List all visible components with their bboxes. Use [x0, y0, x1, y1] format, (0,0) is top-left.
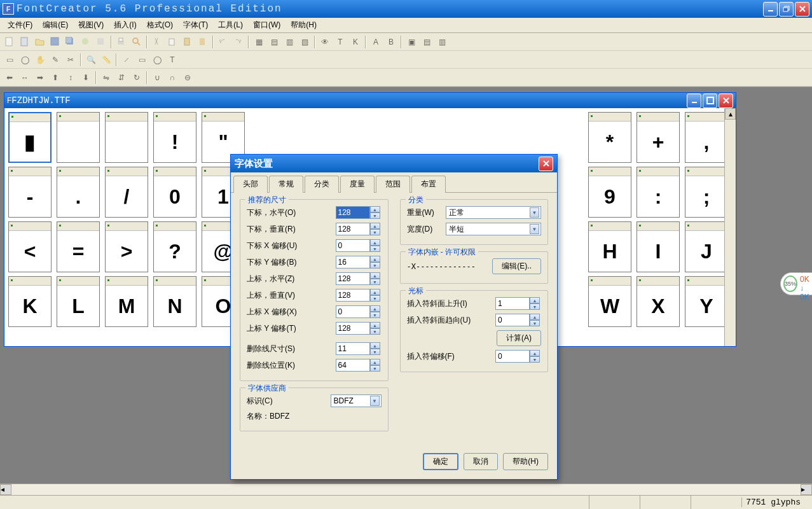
- glyph-cell[interactable]: W: [588, 276, 631, 327]
- spin-up-icon[interactable]: ▲: [370, 342, 380, 349]
- exclude-icon[interactable]: ⊖: [181, 71, 195, 85]
- paste-icon[interactable]: [181, 35, 195, 49]
- cut-icon[interactable]: [150, 35, 164, 49]
- spin-up-icon[interactable]: ▲: [370, 239, 380, 246]
- scroll-track[interactable]: [11, 484, 801, 495]
- spin-down-icon[interactable]: ▼: [370, 328, 380, 335]
- calculate-button[interactable]: 计算(A): [497, 330, 541, 346]
- spin-down-icon[interactable]: ▼: [370, 295, 380, 302]
- tab-classification[interactable]: 分类: [305, 176, 339, 193]
- char-b-icon[interactable]: B: [384, 35, 398, 49]
- spin-down-icon[interactable]: ▼: [530, 320, 540, 326]
- select-icon[interactable]: ▭: [3, 53, 17, 67]
- combo-width[interactable]: 半短▼: [446, 223, 542, 235]
- open-icon[interactable]: [33, 35, 47, 49]
- spin-up-icon[interactable]: ▲: [370, 206, 380, 213]
- preview-icon[interactable]: 👁: [318, 35, 332, 49]
- scroll-right-icon[interactable]: ▸: [801, 484, 812, 495]
- glyph-cell[interactable]: +: [637, 112, 680, 163]
- glyph-cell[interactable]: =: [57, 221, 100, 272]
- flip-h-icon[interactable]: ⇋: [99, 71, 113, 85]
- input-sub-v[interactable]: [336, 223, 370, 235]
- input-caret-run[interactable]: [495, 314, 530, 326]
- tab-general[interactable]: 常规: [269, 176, 303, 193]
- child-maximize-button[interactable]: [703, 94, 717, 108]
- glyph-cell[interactable]: K: [8, 276, 52, 327]
- combo-weight[interactable]: 正常▼: [446, 206, 542, 219]
- input-sub-xo[interactable]: [336, 239, 370, 252]
- glyph-cell[interactable]: /: [105, 167, 148, 218]
- glyph-cell[interactable]: ,: [685, 112, 728, 163]
- glyph-cell[interactable]: 0: [153, 167, 196, 218]
- copy-icon[interactable]: [165, 35, 179, 49]
- align-center-v-icon[interactable]: ↕: [64, 71, 78, 85]
- glyph-cell[interactable]: H: [588, 221, 631, 272]
- glyph-cell[interactable]: J: [685, 221, 728, 272]
- cascade-icon[interactable]: ▣: [404, 35, 418, 49]
- menu-help[interactable]: 帮助(H): [286, 18, 322, 32]
- new-icon[interactable]: [3, 35, 17, 49]
- tab-metrics[interactable]: 度量: [340, 176, 375, 193]
- glyph-cell[interactable]: I: [637, 221, 680, 272]
- glyph-cell[interactable]: ;: [685, 167, 728, 218]
- align-bottom-icon[interactable]: ⬇: [79, 71, 93, 85]
- spin-down-icon[interactable]: ▼: [370, 365, 380, 372]
- knife-icon[interactable]: ✂: [64, 53, 78, 67]
- char-a-icon[interactable]: A: [369, 35, 383, 49]
- spin-up-icon[interactable]: ▲: [370, 322, 380, 328]
- undo-icon[interactable]: [216, 35, 230, 49]
- dialog-close-button[interactable]: [539, 157, 553, 171]
- input-sub-yo[interactable]: [336, 256, 370, 268]
- menu-view[interactable]: 视图(V): [73, 18, 109, 32]
- hand-icon[interactable]: ✋: [33, 53, 47, 67]
- scroll-left-icon[interactable]: ◂: [0, 484, 11, 495]
- tab-layout[interactable]: 布置: [411, 176, 446, 193]
- spin-up-icon[interactable]: ▲: [370, 359, 380, 365]
- speed-gauge[interactable]: 35% ↑ 0K ↓ 0K: [780, 272, 812, 295]
- glyph-cell[interactable]: M: [105, 276, 148, 327]
- menu-insert[interactable]: 插入(I): [109, 18, 141, 32]
- intersect-icon[interactable]: ∩: [165, 71, 179, 85]
- input-sup-yo[interactable]: [336, 322, 370, 335]
- input-caret-rise[interactable]: [495, 297, 530, 310]
- edit-embedding-button[interactable]: 编辑(E)..: [492, 258, 541, 274]
- edit-tool-icon[interactable]: ✎: [48, 53, 62, 67]
- glyph-cell[interactable]: N: [153, 276, 196, 327]
- guide-icon[interactable]: ▥: [282, 35, 296, 49]
- align-right-icon[interactable]: ➡: [33, 71, 47, 85]
- input-sub-h[interactable]: [336, 206, 370, 219]
- rotate-icon[interactable]: ↻: [130, 71, 144, 85]
- spin-up-icon[interactable]: ▲: [530, 350, 540, 356]
- input-sup-h[interactable]: [336, 272, 370, 285]
- spin-down-icon[interactable]: ▼: [530, 356, 540, 363]
- font-window-titlebar[interactable]: F FZDHTJW.TTF: [4, 93, 736, 108]
- glyph-cell[interactable]: !: [153, 112, 196, 163]
- kerning-icon[interactable]: K: [348, 35, 362, 49]
- rect-tool-icon[interactable]: ▭: [135, 53, 149, 67]
- new-project-icon[interactable]: [18, 35, 32, 49]
- glyph-cell[interactable]: -: [8, 167, 52, 218]
- input-caret-offset[interactable]: [495, 350, 530, 363]
- align-center-h-icon[interactable]: ↔: [18, 71, 32, 85]
- close-button[interactable]: [795, 2, 809, 17]
- glyph-cell[interactable]: ?: [153, 221, 196, 272]
- dialog-titlebar[interactable]: 字体设置: [231, 155, 557, 172]
- menu-file[interactable]: 文件(F): [3, 18, 38, 32]
- paste-special-icon[interactable]: [196, 35, 210, 49]
- spin-down-icon[interactable]: ▼: [370, 213, 380, 219]
- input-sup-xo[interactable]: [336, 305, 370, 318]
- install-icon[interactable]: [79, 35, 93, 49]
- spin-up-icon[interactable]: ▲: [530, 314, 540, 320]
- glyph-cell[interactable]: :: [637, 167, 680, 218]
- menu-edit[interactable]: 编辑(E): [38, 18, 73, 32]
- zoom-icon[interactable]: 🔍: [84, 53, 98, 67]
- grid-icon[interactable]: ▤: [267, 35, 281, 49]
- spin-down-icon[interactable]: ▼: [370, 279, 380, 285]
- spin-up-icon[interactable]: ▲: [530, 297, 540, 303]
- spin-down-icon[interactable]: ▼: [370, 246, 380, 252]
- toolbox-icon[interactable]: ▦: [252, 35, 266, 49]
- tab-header[interactable]: 头部: [233, 176, 268, 193]
- glyph-cell[interactable]: [105, 112, 148, 163]
- child-close-button[interactable]: [719, 94, 733, 108]
- spin-up-icon[interactable]: ▲: [370, 256, 380, 262]
